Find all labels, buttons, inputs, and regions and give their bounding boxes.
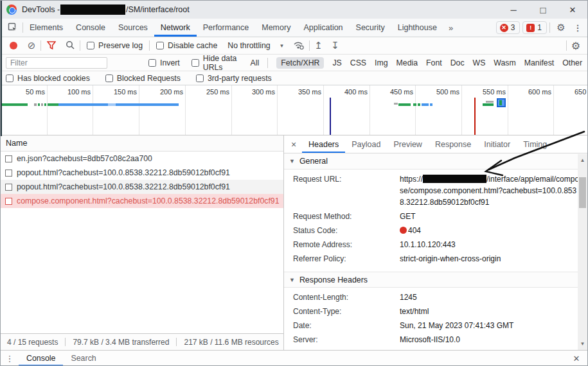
record-button[interactable]	[10, 42, 17, 49]
filter-input[interactable]	[6, 57, 107, 69]
type-filter-ws[interactable]: WS	[473, 58, 486, 67]
type-filter-img[interactable]: Img	[375, 58, 388, 67]
close-button[interactable]: ✕	[558, 1, 587, 19]
error-icon: ✕	[500, 24, 508, 32]
general-section-header[interactable]: ▼ General	[284, 153, 587, 170]
file-icon	[5, 170, 12, 177]
blocked-requests-checkbox[interactable]: Blocked Requests	[100, 74, 186, 83]
drawer-tab-console[interactable]: Console	[19, 351, 63, 366]
details-tab-initiator[interactable]: Initiator	[477, 135, 517, 153]
console-errors-badge[interactable]: ✕ 3	[496, 21, 521, 34]
header-value: Sun, 21 May 2023 07:41:43 GMT	[400, 320, 581, 331]
type-filter-font[interactable]: Font	[426, 58, 442, 67]
scrollbar-thumb[interactable]	[579, 177, 586, 208]
tab-application[interactable]: Application	[297, 19, 349, 37]
network-settings-gear-icon[interactable]: ⚙	[568, 40, 584, 52]
blocked-requests-label: Blocked Requests	[117, 74, 181, 83]
type-filter-wasm[interactable]: Wasm	[494, 58, 515, 67]
network-activity-bar	[2, 103, 28, 106]
header-value: ASP.NET	[400, 348, 581, 350]
type-filter-js[interactable]: JS	[332, 58, 341, 67]
time-label: 350 ms	[279, 88, 321, 96]
filter-funnel-icon[interactable]	[42, 40, 60, 51]
general-section-body: Request URL: https:///interface/app/emai…	[284, 170, 587, 267]
tab-sources[interactable]: Sources	[112, 19, 154, 37]
devtools-tab-bar: Elements Console Sources Network Perform…	[1, 19, 587, 37]
settings-gear-icon[interactable]: ⚙	[553, 22, 569, 33]
network-conditions-icon[interactable]	[290, 40, 308, 51]
preserve-log-checkbox[interactable]: Preserve log	[82, 41, 148, 50]
drawer-close-icon[interactable]: ✕	[566, 351, 587, 366]
export-har-icon[interactable]: ↧	[328, 40, 343, 51]
scroll-down-icon[interactable]: ▼	[578, 339, 587, 349]
divider	[566, 40, 567, 51]
network-overview-timeline[interactable]: 50 ms 100 ms 150 ms 200 ms 250 ms 300 ms…	[1, 85, 587, 135]
details-tab-payload[interactable]: Payload	[345, 135, 387, 153]
third-party-requests-checkbox[interactable]: 3rd-party requests	[191, 74, 277, 83]
checkbox-icon	[192, 59, 199, 67]
details-tab-response[interactable]: Response	[429, 135, 477, 153]
referrer-policy-value: strict-origin-when-cross-origin	[400, 253, 581, 265]
name-column-header[interactable]: Name	[1, 135, 283, 152]
disable-cache-checkbox[interactable]: Disable cache	[151, 41, 222, 50]
inspect-element-button[interactable]	[3, 19, 22, 37]
request-row[interactable]: popout.html?cachebust=100.0.8538.32212.8…	[1, 166, 283, 180]
details-tab-timing[interactable]: Timing	[517, 135, 553, 153]
details-tab-headers[interactable]: Headers	[302, 135, 345, 153]
header-value: text/html	[400, 306, 581, 317]
clear-icon[interactable]: ⊘	[24, 40, 39, 51]
transferred-size: 79.7 kB / 3.4 MB transferred	[73, 338, 169, 347]
tab-memory[interactable]: Memory	[255, 19, 297, 37]
scroll-up-icon[interactable]: ▲	[578, 155, 587, 165]
checkbox-icon	[6, 74, 13, 82]
gridline	[277, 85, 278, 135]
drawer-kebab-menu-icon[interactable]: ⋮	[1, 351, 19, 366]
maximize-button[interactable]: □	[528, 1, 558, 19]
type-filter-media[interactable]: Media	[396, 58, 418, 67]
tab-console[interactable]: Console	[69, 19, 112, 37]
header-name: Remote Address:	[293, 239, 400, 250]
throttling-dropdown[interactable]: No throttling ▼	[224, 41, 288, 50]
hide-data-urls-checkbox[interactable]: Hide data URLs	[192, 54, 244, 72]
header-value: Microsoft-IIS/10.0	[400, 334, 581, 345]
type-filter-manifest[interactable]: Manifest	[524, 58, 554, 67]
tab-security[interactable]: Security	[350, 19, 391, 37]
more-tabs-button[interactable]: »	[443, 19, 458, 37]
request-row[interactable]: popout.html?cachebust=100.0.8538.32212.8…	[1, 180, 283, 194]
remote-address-value: 10.1.10.120:443	[400, 239, 581, 250]
request-row-selected-error[interactable]: compose.component.html?cachebust=100.0.8…	[1, 194, 283, 208]
type-filter-css[interactable]: CSS	[350, 58, 366, 67]
invert-checkbox[interactable]: Invert	[143, 58, 185, 67]
type-filter-fetch-xhr[interactable]: Fetch/XHR	[276, 57, 324, 69]
issues-badge[interactable]: ! 1	[522, 21, 547, 34]
details-tab-preview[interactable]: Preview	[387, 135, 428, 153]
header-row: Remote Address: 10.1.10.120:443	[284, 238, 587, 252]
load-event-marker	[474, 98, 476, 135]
header-name: Content-Length:	[293, 292, 400, 303]
type-filter-all[interactable]: All	[251, 58, 260, 67]
header-row: Status Code: 404	[284, 223, 587, 238]
network-activity-bar	[422, 103, 429, 106]
search-icon[interactable]	[62, 40, 78, 51]
tab-elements[interactable]: Elements	[23, 19, 69, 37]
drawer-tab-search[interactable]: Search	[63, 351, 103, 366]
response-headers-section-header[interactable]: ▼ Response Headers	[284, 272, 587, 288]
tab-network[interactable]: Network	[154, 19, 197, 37]
kebab-menu-icon[interactable]: ⋮	[572, 23, 584, 33]
type-filter-other[interactable]: Other	[562, 58, 582, 67]
error-count: 3	[511, 23, 515, 32]
has-blocked-cookies-checkbox[interactable]: Has blocked cookies	[6, 74, 95, 83]
tab-performance[interactable]: Performance	[197, 19, 256, 37]
redacted-box	[60, 4, 125, 15]
tab-lighthouse[interactable]: Lighthouse	[391, 19, 443, 37]
type-filter-doc[interactable]: Doc	[450, 58, 465, 67]
request-row[interactable]: en.json?cachebust=8db57c08c2aa700	[1, 152, 283, 166]
import-har-icon[interactable]: ↥	[311, 40, 326, 51]
minimize-button[interactable]: ─	[499, 1, 528, 19]
close-details-icon[interactable]: ×	[285, 135, 302, 153]
header-name: Date:	[293, 320, 400, 331]
issue-count: 1	[537, 23, 542, 32]
invert-label: Invert	[160, 58, 180, 67]
selected-request-marker	[497, 98, 506, 107]
details-scrollbar[interactable]: ▲ ▼	[578, 154, 587, 350]
